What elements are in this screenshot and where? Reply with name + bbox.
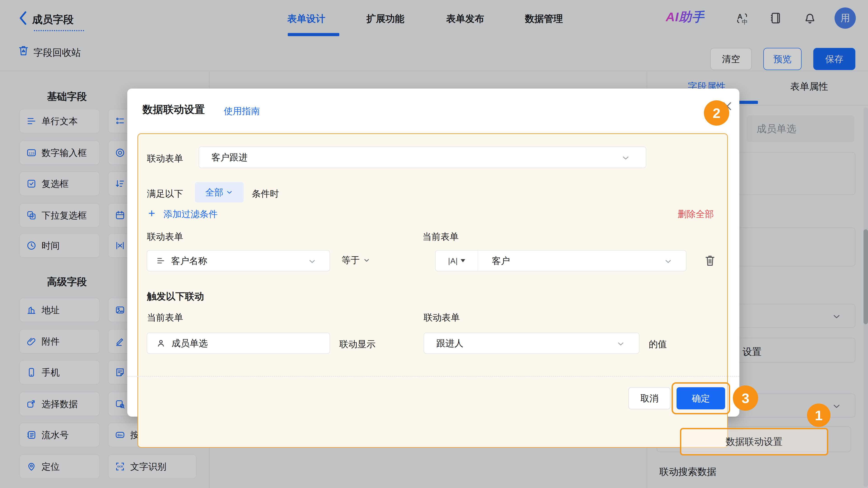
- value-suffix-label: 的值: [649, 338, 667, 350]
- confirm-button[interactable]: 确定: [677, 387, 725, 410]
- add-filter-link[interactable]: 添加过滤条件: [163, 208, 218, 220]
- source-field-select[interactable]: 跟进人: [424, 332, 640, 354]
- chevron-down-icon: [664, 257, 673, 266]
- data-linkage-modal: 数据联动设置 使用指南 联动表单 客户跟进 满足以下 全部 条件时 + 添加过滤…: [127, 89, 739, 417]
- linkage-button-overlay[interactable]: 数据联动设置: [680, 428, 828, 455]
- linked-form-label-2: 联动表单: [424, 311, 460, 324]
- triangle-down-icon: [461, 259, 465, 262]
- target-field-box[interactable]: 成员单选: [147, 332, 330, 354]
- step-badge-1: 1: [807, 403, 831, 427]
- condition-right-column-label: 当前表单: [423, 230, 459, 243]
- condition-field-select[interactable]: 客户名称: [147, 250, 330, 271]
- trigger-section-title: 触发以下联动: [147, 290, 204, 303]
- step-badge-3: 3: [733, 385, 758, 411]
- modal-title: 数据联动设置: [143, 103, 205, 117]
- chevron-down-icon: [363, 256, 370, 264]
- delete-all-link[interactable]: 删除全部: [678, 208, 714, 220]
- text-lines-icon: [156, 256, 165, 265]
- cancel-button[interactable]: 取消: [628, 387, 671, 410]
- footer-divider: [127, 376, 739, 377]
- linked-form-label: 联动表单: [147, 152, 183, 165]
- value-type-select[interactable]: |A|: [435, 250, 478, 271]
- meet-conditions-label: 满足以下: [147, 188, 183, 200]
- operator-select[interactable]: 等于: [342, 254, 370, 266]
- condition-left-column-label: 联动表单: [147, 230, 183, 243]
- linked-form-select[interactable]: 客户跟进: [199, 147, 646, 168]
- display-label: 联动显示: [339, 338, 375, 350]
- guide-link[interactable]: 使用指南: [224, 105, 260, 117]
- current-form-label: 当前表单: [147, 311, 183, 324]
- condition-value-select[interactable]: 客户: [477, 250, 686, 271]
- trash-icon[interactable]: [704, 254, 716, 267]
- match-mode-select[interactable]: 全部: [195, 182, 244, 202]
- chevron-down-icon: [616, 339, 625, 348]
- person-icon: [156, 338, 166, 348]
- plus-icon[interactable]: +: [148, 206, 155, 220]
- condition-suffix-label: 条件时: [252, 188, 279, 200]
- chevron-down-icon: [225, 188, 233, 196]
- chevron-down-icon: [308, 257, 317, 266]
- step-badge-2: 2: [704, 100, 729, 126]
- chevron-down-icon: [621, 153, 630, 163]
